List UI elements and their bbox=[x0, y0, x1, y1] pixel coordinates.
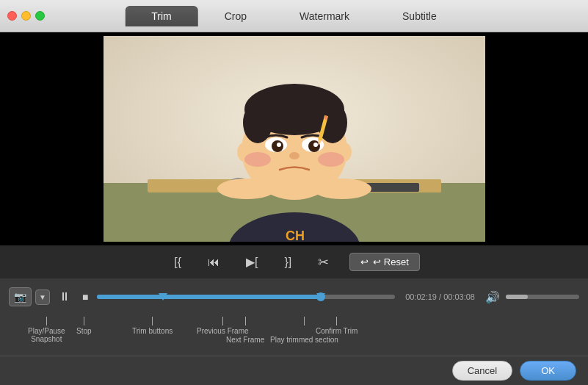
progress-track[interactable] bbox=[97, 295, 395, 299]
snapshot-button[interactable]: 📷 bbox=[9, 287, 32, 306]
stop-icon: ■ bbox=[82, 291, 88, 303]
svg-point-40 bbox=[318, 152, 344, 167]
svg-point-46 bbox=[217, 179, 276, 199]
stop-button[interactable]: ■ bbox=[79, 289, 91, 305]
video-preview: CH bbox=[104, 36, 485, 242]
video-wrapper: CH bbox=[0, 32, 588, 245]
trim-controls-bar: [{ ⏮ ▶[ }] ✂ ↩ ↩ Reset bbox=[0, 245, 588, 278]
label-confirm-trim: Confirm Trim bbox=[316, 317, 357, 335]
playback-bar: 📷 ▼ ⏸ ■ 00:02:19 / bbox=[0, 278, 588, 315]
volume-fill bbox=[506, 295, 528, 299]
camera-icon: 📷 bbox=[14, 291, 26, 303]
tab-crop[interactable]: Crop bbox=[198, 6, 273, 26]
set-end-icon: }] bbox=[284, 256, 291, 269]
label-next-frame: Next Frame bbox=[226, 317, 264, 344]
trim-start-marker[interactable] bbox=[159, 290, 167, 303]
prev-frame-icon: ⏮ bbox=[208, 256, 219, 269]
reset-icon: ↩ bbox=[360, 256, 369, 267]
svg-point-38 bbox=[313, 143, 318, 147]
label-snapshot: Play/Pause Snapshot bbox=[28, 317, 65, 343]
svg-text:CH: CH bbox=[286, 229, 305, 242]
trim-end-marker[interactable] bbox=[316, 290, 325, 303]
close-button[interactable] bbox=[7, 11, 17, 21]
label-trim-buttons: Trim buttons bbox=[132, 317, 173, 335]
label-stop: Stop bbox=[76, 317, 92, 335]
maximize-button[interactable] bbox=[35, 11, 45, 21]
confirm-trim-button[interactable]: ✂ bbox=[312, 251, 335, 273]
play-trim-icon: ▶[ bbox=[246, 255, 258, 269]
labels-bar: Play/Pause Snapshot Stop Trim buttons Pr… bbox=[0, 315, 588, 356]
time-display: 00:02:19 / 00:03:08 bbox=[405, 292, 475, 301]
volume-track[interactable] bbox=[506, 295, 579, 299]
svg-point-47 bbox=[313, 179, 371, 199]
pause-button[interactable]: ⏸ bbox=[56, 289, 73, 305]
ok-button[interactable]: OK bbox=[520, 361, 576, 381]
total-time: 00:03:08 bbox=[443, 292, 475, 301]
tab-subtitle[interactable]: Subtitle bbox=[376, 6, 463, 26]
trim-range bbox=[163, 295, 321, 299]
reset-button[interactable]: ↩ ↩ Reset bbox=[349, 253, 420, 271]
play-trim-button[interactable]: ▶[ bbox=[240, 252, 264, 272]
video-frame: CH bbox=[104, 36, 485, 242]
minimize-button[interactable] bbox=[21, 11, 31, 21]
tab-watermark[interactable]: Watermark bbox=[273, 6, 376, 26]
title-bar: Trim Crop Watermark Subtitle bbox=[0, 0, 588, 32]
svg-point-37 bbox=[277, 143, 281, 147]
tab-trim[interactable]: Trim bbox=[125, 6, 197, 26]
volume-icon: 🔊 bbox=[485, 290, 500, 304]
tab-bar: Trim Crop Watermark Subtitle bbox=[125, 6, 462, 26]
set-start-icon: [{ bbox=[174, 256, 181, 269]
svg-point-42 bbox=[278, 169, 311, 190]
pause-icon: ⏸ bbox=[59, 290, 70, 303]
snapshot-dropdown[interactable]: ▼ bbox=[35, 289, 50, 305]
set-end-button[interactable]: }] bbox=[278, 253, 297, 272]
current-time: 00:02:19 bbox=[405, 292, 437, 301]
reset-label: ↩ Reset bbox=[373, 256, 409, 267]
traffic-lights bbox=[0, 11, 45, 21]
set-start-button[interactable]: [{ bbox=[168, 253, 187, 272]
svg-point-41 bbox=[289, 152, 300, 159]
cancel-button[interactable]: Cancel bbox=[452, 361, 512, 381]
svg-point-39 bbox=[244, 152, 271, 167]
prev-frame-button[interactable]: ⏮ bbox=[202, 253, 225, 272]
main-content: CH bbox=[0, 32, 588, 385]
svg-marker-48 bbox=[159, 293, 167, 301]
svg-marker-49 bbox=[316, 293, 325, 301]
scissors-icon: ✂ bbox=[318, 254, 329, 270]
bottom-bar: Cancel OK bbox=[0, 356, 588, 385]
